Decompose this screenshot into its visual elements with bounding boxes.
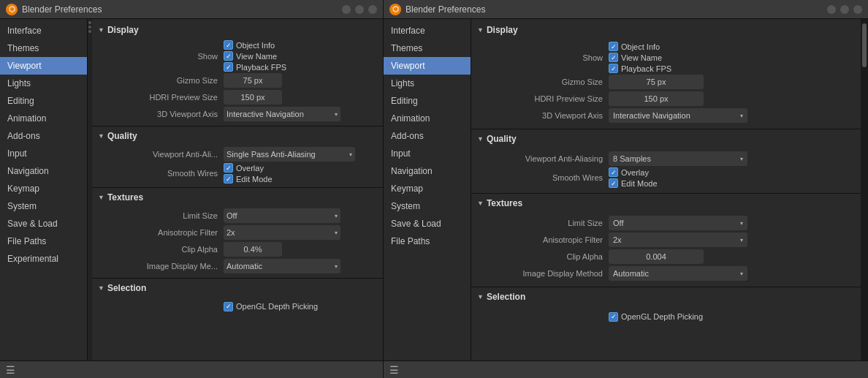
sidebar-item-keymap-left[interactable]: Keymap (0, 180, 87, 197)
limit-size-dropdown-left[interactable]: Off ▾ (224, 208, 340, 223)
clip-alpha-input-left[interactable]: 0.4% (224, 242, 282, 257)
opengl-checkbox-row-right[interactable]: OpenGL Depth Picking (609, 312, 703, 322)
sidebar-item-system-right[interactable]: System (384, 197, 471, 215)
sidebar-item-saveload-right[interactable]: Save & Load (384, 215, 471, 233)
textures-title-left: Textures (107, 192, 143, 203)
opengl-row-right: OpenGL Depth Picking (477, 309, 849, 325)
sidebar-item-saveload-left[interactable]: Save & Load (0, 215, 87, 233)
sidebar-item-addons-left[interactable]: Add-ons (0, 127, 87, 145)
edit-mode-checkbox-left[interactable] (224, 174, 233, 184)
left-hamburger-icon[interactable]: ☰ (6, 364, 15, 376)
gizmo-input-left[interactable]: 75 px (224, 73, 282, 88)
hdri-input-right[interactable]: 150 px (609, 91, 704, 106)
hdri-input-left[interactable]: 150 px (224, 90, 282, 105)
view-name-checkbox-right[interactable] (609, 53, 618, 62)
edit-mode-checkbox-right[interactable] (609, 178, 618, 188)
right-btn-3[interactable] (853, 5, 862, 14)
right-btn-1[interactable] (827, 5, 836, 14)
overlay-row-right[interactable]: Overlay (609, 167, 658, 177)
selection-section-header-right[interactable]: ▼ Selection (471, 289, 861, 305)
left-btn-3[interactable] (368, 5, 377, 14)
show-row-left: Show Object Info View Name (107, 40, 377, 72)
sidebar-item-interface-right[interactable]: Interface (384, 22, 471, 39)
sidebar-item-animation-left[interactable]: Animation (0, 110, 87, 127)
edit-mode-row-left[interactable]: Edit Mode (224, 174, 273, 184)
right-titlebar: ⬡ Blender Preferences (384, 0, 868, 19)
anisotropic-dropdown-left[interactable]: 2x ▾ (224, 225, 340, 240)
limit-size-dropdown-right[interactable]: Off ▾ (609, 216, 747, 230)
left-title: Blender Preferences (22, 4, 338, 15)
anisotropic-dropdown-right[interactable]: 2x ▾ (609, 233, 747, 247)
scrollbar-thumb-right[interactable] (862, 23, 867, 67)
right-hamburger-icon[interactable]: ☰ (389, 364, 399, 376)
sidebar-item-experimental-left[interactable]: Experimental (0, 250, 87, 268)
quality-section-header-right[interactable]: ▼ Quality (471, 131, 861, 147)
opengl-checkbox-row-left[interactable]: OpenGL Depth Picking (224, 302, 318, 311)
sidebar-item-filepaths-left[interactable]: File Paths (0, 233, 87, 250)
sidebar-item-viewport-left[interactable]: Viewport (0, 57, 87, 75)
object-info-row-right[interactable]: Object Info (609, 42, 671, 51)
anisotropic-value-right: 2x (613, 235, 622, 244)
left-btn-2[interactable] (355, 5, 364, 14)
view-name-row-left[interactable]: View Name (224, 51, 377, 61)
view-name-row-right[interactable]: View Name (609, 53, 671, 62)
overlay-checkbox-left[interactable] (224, 163, 233, 173)
sidebar-item-lights-left[interactable]: Lights (0, 75, 87, 92)
sidebar-item-animation-right[interactable]: Animation (384, 110, 471, 127)
overlay-checkbox-right[interactable] (609, 167, 618, 177)
viewport-axis-dropdown-right[interactable]: Interactive Navigation ▾ (609, 108, 747, 123)
right-btn-2[interactable] (840, 5, 849, 14)
hdri-label-right: HDRI Preview Size (477, 94, 609, 103)
view-name-checkbox-left[interactable] (224, 51, 233, 61)
playback-fps-row-left[interactable]: Playback FPS (224, 62, 377, 72)
textures-section-header-right[interactable]: ▼ Textures (471, 195, 861, 211)
display-section-header-left[interactable]: ▼ Display (92, 22, 383, 38)
gizmo-input-right[interactable]: 75 px (609, 75, 704, 89)
selection-section-header-left[interactable]: ▼ Selection (92, 280, 383, 296)
sidebar-item-filepaths-right[interactable]: File Paths (384, 233, 471, 250)
playback-fps-checkbox-right[interactable] (609, 64, 618, 73)
show-checkboxes-left: Object Info View Name Playback FPS (224, 40, 377, 72)
sidebar-item-navigation-right[interactable]: Navigation (384, 162, 471, 180)
sidebar-item-navigation-left[interactable]: Navigation (0, 162, 87, 180)
selection-title-right: Selection (487, 292, 525, 302)
sidebar-item-themes-right[interactable]: Themes (384, 39, 471, 57)
object-info-checkbox-right[interactable] (609, 42, 618, 51)
overlay-row-left[interactable]: Overlay (224, 163, 273, 173)
sidebar-item-input-right[interactable]: Input (384, 145, 471, 162)
sidebar-item-editing-right[interactable]: Editing (384, 92, 471, 110)
right-scrollbar[interactable] (861, 19, 868, 360)
opengl-checkbox-left[interactable] (224, 302, 233, 311)
sidebar-item-keymap-right[interactable]: Keymap (384, 180, 471, 197)
image-display-dropdown-right[interactable]: Automatic ▾ (609, 266, 747, 281)
quality-triangle-left: ▼ (98, 132, 104, 140)
clip-alpha-input-right[interactable]: 0.004 (609, 249, 704, 264)
antialias-dropdown-left[interactable]: Single Pass Anti-Aliasing ▾ (224, 147, 355, 162)
viewport-axis-dropdown-left[interactable]: Interactive Navigation ▾ (224, 107, 340, 121)
sidebar-item-interface-left[interactable]: Interface (0, 22, 87, 39)
object-info-checkbox-left[interactable] (224, 40, 233, 50)
sidebar-item-addons-right[interactable]: Add-ons (384, 127, 471, 145)
textures-section-header-left[interactable]: ▼ Textures (92, 189, 383, 205)
object-info-row-left[interactable]: Object Info (224, 40, 377, 50)
display-section-header-right[interactable]: ▼ Display (471, 22, 861, 38)
opengl-checkbox-right[interactable] (609, 312, 618, 322)
left-window-controls (342, 5, 377, 14)
edit-mode-row-right[interactable]: Edit Mode (609, 178, 658, 188)
quality-props-right: Viewport Anti-Aliasing 8 Samples ▾ Smoot… (471, 147, 861, 192)
sidebar-item-viewport-right[interactable]: Viewport (384, 57, 471, 75)
playback-fps-row-right[interactable]: Playback FPS (609, 64, 671, 73)
textures-props-right: Limit Size Off ▾ Anisotropic Filter 2x ▾… (471, 211, 861, 285)
left-btn-1[interactable] (342, 5, 351, 14)
image-display-dropdown-left[interactable]: Automatic ▾ (224, 259, 340, 273)
sidebar-item-lights-right[interactable]: Lights (384, 75, 471, 92)
sidebar-item-input-left[interactable]: Input (0, 145, 87, 162)
image-display-value-right: Automatic (613, 269, 649, 278)
sidebar-item-themes-left[interactable]: Themes (0, 39, 87, 57)
antialias-dropdown-right[interactable]: 8 Samples ▾ (609, 151, 747, 166)
sidebar-item-system-left[interactable]: System (0, 197, 87, 215)
playback-fps-checkbox-left[interactable] (224, 62, 233, 72)
quality-section-header-left[interactable]: ▼ Quality (92, 128, 383, 144)
edit-mode-label-right: Edit Mode (621, 179, 658, 188)
sidebar-item-editing-left[interactable]: Editing (0, 92, 87, 110)
